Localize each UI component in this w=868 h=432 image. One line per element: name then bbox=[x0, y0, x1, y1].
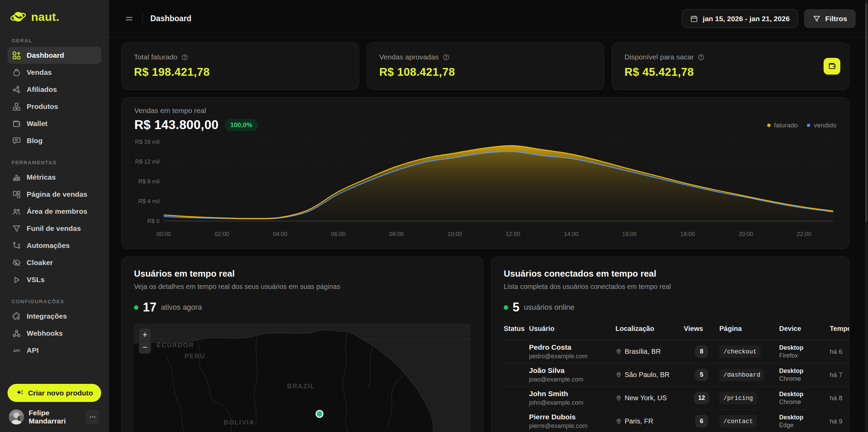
help-circle-icon[interactable] bbox=[181, 54, 188, 61]
device-browser: Chrome bbox=[779, 399, 830, 406]
svg-text:R$ 8 mil: R$ 8 mil bbox=[138, 178, 160, 185]
help-circle-icon[interactable] bbox=[443, 54, 450, 61]
sidebar-item-integra-es[interactable]: Integrações bbox=[8, 308, 101, 325]
dashboard-content: Total faturado R$ 198.421,78 Vendas apro… bbox=[109, 38, 868, 432]
device-type: Desktop bbox=[779, 414, 830, 421]
active-count-row: 17 ativos agora bbox=[134, 300, 471, 315]
chart-title: Vendas em tempo real bbox=[134, 107, 258, 115]
map-label-brazil: BRAZIL bbox=[287, 382, 315, 390]
area-chart[interactable]: R$ 16 milR$ 12 milR$ 8 milR$ 4 milR$ 000… bbox=[134, 132, 837, 241]
sidebar-item-label: VSLs bbox=[27, 276, 45, 284]
wallet-icon bbox=[828, 62, 837, 71]
zoom-out-button[interactable]: − bbox=[139, 341, 151, 353]
integrations-puzzle-icon bbox=[12, 312, 21, 321]
realtime-users-panel: Usuários em tempo real Veja os detalhes … bbox=[121, 256, 484, 432]
page-path-pill: /pricing bbox=[719, 392, 757, 404]
help-circle-icon[interactable] bbox=[697, 54, 705, 61]
user-location-marker[interactable] bbox=[316, 410, 323, 417]
sidebar-item-blog[interactable]: Blog bbox=[8, 132, 101, 149]
device-type: Desktop bbox=[779, 344, 830, 351]
date-range-label: jan 15, 2026 - jan 21, 2026 bbox=[703, 15, 790, 23]
sidebar-item-dashboard[interactable]: Dashboard bbox=[8, 47, 101, 64]
percent-badge: 100,0% bbox=[225, 119, 258, 131]
menu-toggle-button[interactable] bbox=[123, 13, 135, 25]
sidebar-item-funil-de-vendas[interactable]: Funil de vendas bbox=[8, 220, 101, 237]
page-scrollbar[interactable] bbox=[865, 0, 867, 432]
chart-header: Vendas em tempo real R$ 143.800,00 100,0… bbox=[134, 107, 837, 132]
withdraw-button[interactable] bbox=[824, 58, 840, 74]
panel-subtitle: Lista completa dos usuários conectados e… bbox=[504, 283, 837, 291]
sidebar-item-api[interactable]: APIAPI bbox=[8, 342, 101, 359]
sidebar-item-label: Produtos bbox=[27, 102, 58, 111]
chart-value: R$ 143.800,00 bbox=[134, 118, 219, 132]
svg-text:API: API bbox=[13, 348, 20, 353]
col-pagina: Página bbox=[719, 325, 779, 333]
location-cell: New York, US bbox=[615, 394, 684, 402]
time-ago-cell: há 6 bbox=[830, 348, 849, 356]
date-range-button[interactable]: jan 15, 2026 - jan 21, 2026 bbox=[682, 9, 798, 28]
user-menu-button[interactable] bbox=[85, 410, 100, 424]
user-email-cell: pedro@example.com bbox=[529, 353, 615, 360]
stat-label-text: Vendas aprovadas bbox=[379, 53, 439, 61]
sidebar-item-produtos[interactable]: Produtos bbox=[8, 98, 101, 115]
create-product-button[interactable]: Criar novo produto bbox=[8, 384, 101, 402]
active-count: 17 bbox=[143, 300, 157, 315]
sidebar-item-m-tricas[interactable]: Métricas bbox=[8, 169, 101, 186]
location-text: São Paulo, BR bbox=[625, 371, 669, 379]
app-window: naut. GERALDashboardVendasAfiliadosProdu… bbox=[0, 0, 868, 432]
sidebar-item-cloaker[interactable]: Cloaker bbox=[8, 254, 101, 271]
chart-legend: faturado vendido bbox=[767, 107, 837, 129]
blog-message-icon bbox=[12, 136, 21, 145]
views-badge: 5 bbox=[695, 368, 708, 381]
location-text: Brasília, BR bbox=[625, 348, 661, 356]
sidebar-item--rea-de-membros[interactable]: Área de membros bbox=[8, 203, 101, 220]
col-status: Status bbox=[504, 325, 529, 333]
svg-text:02:00: 02:00 bbox=[215, 231, 229, 237]
table-row[interactable]: John Smithjohn@example.comNew York, US12… bbox=[504, 387, 849, 410]
automations-workflow-icon bbox=[12, 241, 21, 250]
sidebar-item-vsls[interactable]: VSLs bbox=[8, 271, 101, 288]
filters-label: Filtros bbox=[825, 15, 847, 23]
table-row[interactable]: Pedro Costapedro@example.comBrasília, BR… bbox=[504, 340, 849, 363]
time-ago-cell: há 8 bbox=[830, 394, 849, 402]
sidebar: naut. GERALDashboardVendasAfiliadosProdu… bbox=[0, 0, 109, 432]
table-row[interactable]: Pierre Duboispierre@example.comParis, FR… bbox=[504, 410, 849, 432]
table-row[interactable]: João Silvajoao@example.comSão Paulo, BR5… bbox=[504, 363, 849, 387]
filters-button[interactable]: Filtros bbox=[804, 9, 856, 28]
table-body: Pedro Costapedro@example.comBrasília, BR… bbox=[504, 340, 849, 432]
svg-text:10:00: 10:00 bbox=[447, 231, 462, 237]
sidebar-item-label: Wallet bbox=[27, 120, 48, 128]
legend-item-vendido: vendido bbox=[807, 122, 837, 129]
chart-value-row: R$ 143.800,00 100,0% bbox=[134, 118, 258, 132]
svg-text:04:00: 04:00 bbox=[273, 231, 287, 237]
avatar bbox=[9, 409, 24, 424]
views-badge: 6 bbox=[695, 415, 708, 428]
location-cell: Brasília, BR bbox=[615, 348, 684, 356]
connected-users-panel: Usuários conectados em tempo real Lista … bbox=[491, 256, 850, 432]
zoom-in-button[interactable]: + bbox=[139, 329, 151, 341]
sidebar-item-label: Blog bbox=[27, 137, 43, 145]
map-pin-icon bbox=[615, 348, 622, 355]
page-path-pill: /dashboard bbox=[719, 369, 764, 381]
page-title: Dashboard bbox=[150, 14, 191, 23]
user-row[interactable]: Felipe Mandarrari bbox=[8, 402, 101, 427]
map-label-bolivia: BOLIVIA bbox=[223, 419, 255, 426]
location-cell: Paris, FR bbox=[615, 417, 684, 425]
stat-label: Disponível para sacar bbox=[624, 53, 837, 61]
users-table[interactable]: Status Usuário Localização Views Página … bbox=[504, 325, 849, 432]
sidebar-item-automa-es[interactable]: Automações bbox=[8, 237, 101, 254]
world-map[interactable]: ECUADOR PERU BRAZIL BOLIVIA + − bbox=[134, 323, 471, 432]
sidebar-item-vendas[interactable]: Vendas bbox=[8, 64, 101, 81]
section-label: FERRAMENTAS bbox=[12, 159, 97, 165]
members-users-icon bbox=[12, 207, 21, 216]
scrollbar-thumb[interactable] bbox=[865, 3, 867, 222]
sidebar-item-webhooks[interactable]: Webhooks bbox=[8, 325, 101, 342]
sidebar-item-p-gina-de-vendas[interactable]: Página de vendas bbox=[8, 186, 101, 203]
bottom-row: Usuários em tempo real Veja os detalhes … bbox=[121, 256, 850, 432]
map-pin-icon bbox=[615, 395, 622, 401]
online-count-row: 5 usuários online bbox=[504, 300, 837, 315]
col-views: Views bbox=[684, 325, 719, 333]
sidebar-item-wallet[interactable]: Wallet bbox=[8, 115, 101, 132]
stats-row: Total faturado R$ 198.421,78 Vendas apro… bbox=[121, 42, 850, 90]
sidebar-item-afiliados[interactable]: Afiliados bbox=[8, 81, 101, 98]
